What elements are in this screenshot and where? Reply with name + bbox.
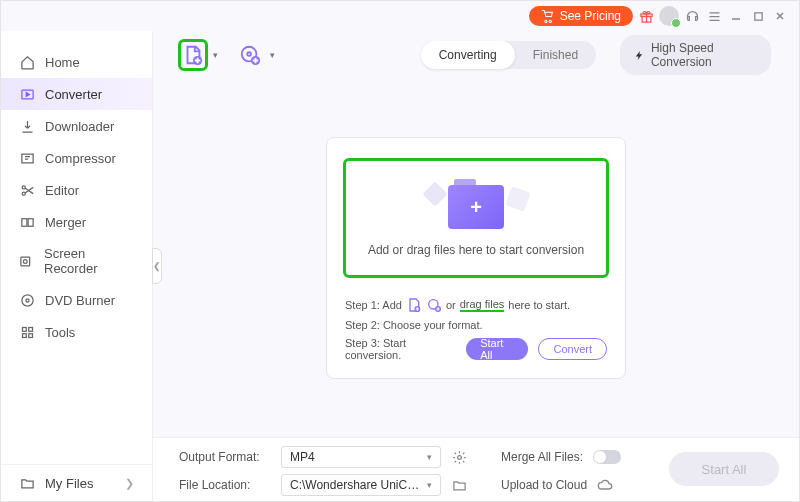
step-3-text: Step 3: Start conversion. xyxy=(345,337,454,361)
sidebar-item-merger[interactable]: Merger xyxy=(1,206,152,238)
cloud-icon[interactable] xyxy=(597,478,613,492)
merge-all-label: Merge All Files: xyxy=(501,450,583,464)
sidebar-item-home[interactable]: Home xyxy=(1,46,152,78)
status-tabs: Converting Finished xyxy=(421,41,596,69)
user-avatar[interactable] xyxy=(659,6,679,26)
cart-icon xyxy=(541,10,554,23)
tab-finished[interactable]: Finished xyxy=(515,41,596,69)
file-location-value: C:\Wondershare UniConverter 1 xyxy=(290,478,420,492)
output-format-label: Output Format: xyxy=(179,450,271,464)
add-file-icon xyxy=(182,44,204,66)
sidebar-item-label: Compressor xyxy=(45,151,116,166)
svg-rect-8 xyxy=(28,218,33,226)
dropzone-title: Add or drag files here to start conversi… xyxy=(354,243,598,257)
step-1-text: Step 1: Add or drag files here to start. xyxy=(343,294,609,316)
step-3-row: Step 3: Start conversion. Start All Conv… xyxy=(343,334,609,364)
support-icon[interactable] xyxy=(683,7,701,25)
converter-icon xyxy=(19,86,35,102)
add-file-dropdown-caret[interactable]: ▾ xyxy=(213,50,218,60)
merge-icon xyxy=(19,214,35,230)
gift-icon[interactable] xyxy=(637,7,655,25)
sidebar-item-editor[interactable]: Editor xyxy=(1,174,152,206)
sidebar-item-label: Downloader xyxy=(45,119,114,134)
footer-bar: Output Format: MP4 ▾ Merge All Files: Fi… xyxy=(153,437,799,501)
add-dvd-icon xyxy=(239,44,261,66)
drag-files-link: drag files xyxy=(460,298,505,312)
settings-gear-icon[interactable] xyxy=(451,450,467,465)
sidebar-item-my-files[interactable]: My Files ❯ xyxy=(1,464,152,501)
start-all-footer-button[interactable]: Start All xyxy=(669,452,779,486)
add-dvd-icon xyxy=(426,297,442,313)
file-location-label: File Location: xyxy=(179,478,271,492)
add-dvd-dropdown-caret[interactable]: ▾ xyxy=(270,50,275,60)
minimize-button[interactable] xyxy=(727,7,745,25)
svg-point-24 xyxy=(457,455,461,459)
dropzone-hero[interactable]: + Add or drag files here to start conver… xyxy=(343,158,609,278)
svg-point-19 xyxy=(247,52,251,56)
convert-button[interactable]: Convert xyxy=(538,338,607,360)
canvas-area: + Add or drag files here to start conver… xyxy=(153,79,799,437)
add-folder-graphic: + xyxy=(448,185,504,229)
home-icon xyxy=(19,54,35,70)
disc-icon xyxy=(19,292,35,308)
svg-rect-9 xyxy=(21,257,30,266)
svg-rect-13 xyxy=(22,327,26,331)
step-2-text: Step 2: Choose your format. xyxy=(343,316,609,334)
sidebar-item-label: DVD Burner xyxy=(45,293,115,308)
sidebar-item-label: Merger xyxy=(45,215,86,230)
plus-icon: + xyxy=(470,196,482,219)
see-pricing-button[interactable]: See Pricing xyxy=(529,6,633,26)
toolbar: ▾ ▾ Converting Finished High Speed Conve… xyxy=(153,31,799,79)
sidebar-item-dvd-burner[interactable]: DVD Burner xyxy=(1,284,152,316)
add-dvd-button[interactable] xyxy=(238,42,262,68)
download-icon xyxy=(19,118,35,134)
add-file-icon xyxy=(406,297,422,313)
app-window: See Pricing Home Conv xyxy=(0,0,800,502)
chevron-down-icon: ▾ xyxy=(427,452,432,462)
dropzone[interactable]: + Add or drag files here to start conver… xyxy=(326,137,626,379)
nav-list: Home Converter Downloader Compressor Edi… xyxy=(1,31,152,464)
titlebar: See Pricing xyxy=(1,1,799,31)
scissors-icon xyxy=(19,182,35,198)
hamburger-icon[interactable] xyxy=(705,7,723,25)
merge-all-toggle[interactable] xyxy=(593,450,621,464)
file-location-select[interactable]: C:\Wondershare UniConverter 1 ▾ xyxy=(281,474,441,496)
lightning-icon xyxy=(634,49,645,62)
svg-point-12 xyxy=(25,298,28,301)
grid-icon xyxy=(19,324,35,340)
main-panel: ▾ ▾ Converting Finished High Speed Conve… xyxy=(153,31,799,501)
close-button[interactable] xyxy=(771,7,789,25)
sidebar-item-downloader[interactable]: Downloader xyxy=(1,110,152,142)
svg-rect-14 xyxy=(28,327,32,331)
sidebar-item-label: Editor xyxy=(45,183,79,198)
record-icon xyxy=(19,253,34,269)
start-all-button[interactable]: Start All xyxy=(466,338,528,360)
compress-icon xyxy=(19,150,35,166)
svg-point-11 xyxy=(21,294,32,305)
sidebar-item-label: Tools xyxy=(45,325,75,340)
upload-cloud-label: Upload to Cloud xyxy=(501,478,587,492)
high-speed-toggle[interactable]: High Speed Conversion xyxy=(620,35,771,75)
sidebar-item-converter[interactable]: Converter xyxy=(1,78,152,110)
see-pricing-label: See Pricing xyxy=(560,9,621,23)
chevron-right-icon: ❯ xyxy=(125,477,134,490)
sidebar-item-screen-recorder[interactable]: Screen Recorder xyxy=(1,238,152,284)
sidebar-item-label: Screen Recorder xyxy=(44,246,134,276)
sidebar: Home Converter Downloader Compressor Edi… xyxy=(1,31,153,501)
tab-converting[interactable]: Converting xyxy=(421,41,515,69)
svg-rect-2 xyxy=(754,12,761,19)
open-folder-icon[interactable] xyxy=(451,478,467,493)
svg-point-10 xyxy=(23,259,27,263)
svg-rect-15 xyxy=(22,333,26,337)
folder-icon xyxy=(19,475,35,491)
my-files-label: My Files xyxy=(45,476,93,491)
maximize-button[interactable] xyxy=(749,7,767,25)
svg-rect-7 xyxy=(21,218,26,226)
sidebar-item-tools[interactable]: Tools xyxy=(1,316,152,348)
chevron-down-icon: ▾ xyxy=(427,480,432,490)
add-file-button[interactable] xyxy=(181,42,205,68)
svg-rect-16 xyxy=(28,333,32,337)
output-format-select[interactable]: MP4 ▾ xyxy=(281,446,441,468)
sidebar-item-label: Home xyxy=(45,55,80,70)
sidebar-item-compressor[interactable]: Compressor xyxy=(1,142,152,174)
